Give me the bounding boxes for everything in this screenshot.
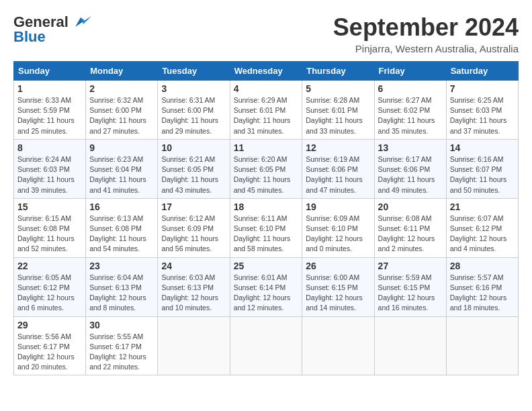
day-info: Sunrise: 6:27 AMSunset: 6:02 PMDaylight:…	[378, 95, 443, 136]
day-info: Sunrise: 6:04 AMSunset: 6:13 PMDaylight:…	[89, 273, 154, 314]
calendar-cell: 8Sunrise: 6:24 AMSunset: 6:03 PMDaylight…	[14, 139, 86, 198]
calendar-cell	[446, 316, 518, 375]
day-info: Sunrise: 6:23 AMSunset: 6:04 PMDaylight:…	[89, 154, 154, 195]
day-number: 16	[89, 201, 154, 212]
day-number: 14	[450, 142, 515, 153]
day-info: Sunrise: 5:57 AMSunset: 6:16 PMDaylight:…	[450, 273, 515, 314]
day-info: Sunrise: 6:29 AMSunset: 6:01 PMDaylight:…	[234, 95, 299, 136]
calendar-cell	[230, 316, 302, 375]
logo-blue: Blue	[13, 28, 46, 46]
calendar-cell	[302, 316, 374, 375]
day-info: Sunrise: 5:56 AMSunset: 6:17 PMDaylight:…	[17, 332, 82, 373]
calendar-cell: 2Sunrise: 6:32 AMSunset: 6:00 PMDaylight…	[86, 81, 158, 140]
day-number: 5	[306, 83, 370, 94]
calendar-cell: 29Sunrise: 5:56 AMSunset: 6:17 PMDayligh…	[14, 316, 86, 375]
day-info: Sunrise: 6:15 AMSunset: 6:08 PMDaylight:…	[17, 214, 82, 255]
day-info: Sunrise: 6:00 AMSunset: 6:15 PMDaylight:…	[306, 273, 370, 314]
calendar-row: 8Sunrise: 6:24 AMSunset: 6:03 PMDaylight…	[14, 139, 519, 198]
calendar-cell: 17Sunrise: 6:12 AMSunset: 6:09 PMDayligh…	[158, 198, 230, 257]
day-number: 25	[234, 261, 299, 271]
calendar-cell	[374, 316, 446, 375]
day-info: Sunrise: 6:25 AMSunset: 6:03 PMDaylight:…	[450, 95, 515, 136]
day-number: 10	[161, 142, 226, 153]
calendar-cell: 10Sunrise: 6:21 AMSunset: 6:05 PMDayligh…	[158, 139, 230, 198]
day-number: 12	[306, 142, 370, 153]
calendar-cell: 6Sunrise: 6:27 AMSunset: 6:02 PMDaylight…	[374, 81, 446, 140]
day-number: 11	[234, 142, 299, 153]
day-number: 19	[306, 201, 370, 212]
day-info: Sunrise: 6:24 AMSunset: 6:03 PMDaylight:…	[17, 154, 82, 195]
calendar-cell: 19Sunrise: 6:09 AMSunset: 6:10 PMDayligh…	[302, 198, 374, 257]
calendar-cell: 20Sunrise: 6:08 AMSunset: 6:11 PMDayligh…	[374, 198, 446, 257]
day-number: 1	[17, 83, 82, 94]
day-number: 18	[234, 201, 299, 212]
day-number: 27	[378, 261, 443, 271]
calendar-cell: 15Sunrise: 6:15 AMSunset: 6:08 PMDayligh…	[14, 198, 86, 257]
day-number: 24	[161, 261, 226, 271]
calendar-cell	[158, 316, 230, 375]
calendar-cell: 27Sunrise: 5:59 AMSunset: 6:15 PMDayligh…	[374, 257, 446, 316]
calendar-cell: 24Sunrise: 6:03 AMSunset: 6:13 PMDayligh…	[158, 257, 230, 316]
logo: General Blue	[13, 13, 91, 46]
calendar-cell: 12Sunrise: 6:19 AMSunset: 6:06 PMDayligh…	[302, 139, 374, 198]
calendar-cell: 18Sunrise: 6:11 AMSunset: 6:10 PMDayligh…	[230, 198, 302, 257]
calendar-row: 1Sunrise: 6:33 AMSunset: 5:59 PMDaylight…	[14, 81, 519, 140]
calendar-cell: 30Sunrise: 5:55 AMSunset: 6:17 PMDayligh…	[86, 316, 158, 375]
header-saturday: Saturday	[446, 62, 518, 81]
day-info: Sunrise: 6:17 AMSunset: 6:06 PMDaylight:…	[378, 154, 443, 195]
day-number: 4	[234, 83, 299, 94]
calendar-cell: 22Sunrise: 6:05 AMSunset: 6:12 PMDayligh…	[14, 257, 86, 316]
calendar-cell: 13Sunrise: 6:17 AMSunset: 6:06 PMDayligh…	[374, 139, 446, 198]
day-info: Sunrise: 6:20 AMSunset: 6:05 PMDaylight:…	[234, 154, 299, 195]
header-monday: Monday	[86, 62, 158, 81]
calendar-cell: 3Sunrise: 6:31 AMSunset: 6:00 PMDaylight…	[158, 81, 230, 140]
header-sunday: Sunday	[14, 62, 86, 81]
calendar-cell: 26Sunrise: 6:00 AMSunset: 6:15 PMDayligh…	[302, 257, 374, 316]
title-area: September 2024 Pinjarra, Western Austral…	[333, 13, 519, 54]
day-info: Sunrise: 6:12 AMSunset: 6:09 PMDaylight:…	[161, 214, 226, 255]
day-number: 28	[450, 261, 515, 271]
day-info: Sunrise: 6:05 AMSunset: 6:12 PMDaylight:…	[17, 273, 82, 314]
calendar-cell: 21Sunrise: 6:07 AMSunset: 6:12 PMDayligh…	[446, 198, 518, 257]
calendar-cell: 25Sunrise: 6:01 AMSunset: 6:14 PMDayligh…	[230, 257, 302, 316]
day-number: 13	[378, 142, 443, 153]
day-info: Sunrise: 6:32 AMSunset: 6:00 PMDaylight:…	[89, 95, 154, 136]
calendar-cell: 14Sunrise: 6:16 AMSunset: 6:07 PMDayligh…	[446, 139, 518, 198]
day-number: 2	[89, 83, 154, 94]
day-info: Sunrise: 6:19 AMSunset: 6:06 PMDaylight:…	[306, 154, 370, 195]
day-number: 30	[89, 320, 154, 330]
header-wednesday: Wednesday	[230, 62, 302, 81]
calendar-cell: 4Sunrise: 6:29 AMSunset: 6:01 PMDaylight…	[230, 81, 302, 140]
day-info: Sunrise: 6:28 AMSunset: 6:01 PMDaylight:…	[306, 95, 370, 136]
day-info: Sunrise: 6:08 AMSunset: 6:11 PMDaylight:…	[378, 214, 443, 255]
day-info: Sunrise: 6:16 AMSunset: 6:07 PMDaylight:…	[450, 154, 515, 195]
day-number: 17	[161, 201, 226, 212]
day-number: 22	[17, 261, 82, 271]
calendar-cell: 7Sunrise: 6:25 AMSunset: 6:03 PMDaylight…	[446, 81, 518, 140]
day-info: Sunrise: 6:01 AMSunset: 6:14 PMDaylight:…	[234, 273, 299, 314]
calendar-row: 15Sunrise: 6:15 AMSunset: 6:08 PMDayligh…	[14, 198, 519, 257]
header: General Blue September 2024 Pinjarra, We…	[13, 13, 519, 54]
day-info: Sunrise: 6:31 AMSunset: 6:00 PMDaylight:…	[161, 95, 226, 136]
day-info: Sunrise: 6:03 AMSunset: 6:13 PMDaylight:…	[161, 273, 226, 314]
calendar-cell: 1Sunrise: 6:33 AMSunset: 5:59 PMDaylight…	[14, 81, 86, 140]
header-tuesday: Tuesday	[158, 62, 230, 81]
day-info: Sunrise: 6:21 AMSunset: 6:05 PMDaylight:…	[161, 154, 226, 195]
month-title: September 2024	[333, 13, 519, 42]
calendar-cell: 23Sunrise: 6:04 AMSunset: 6:13 PMDayligh…	[86, 257, 158, 316]
calendar-header-row: Sunday Monday Tuesday Wednesday Thursday…	[14, 62, 519, 81]
day-number: 6	[378, 83, 443, 94]
day-number: 3	[161, 83, 226, 94]
day-number: 23	[89, 261, 154, 271]
day-info: Sunrise: 5:59 AMSunset: 6:15 PMDaylight:…	[378, 273, 443, 314]
day-number: 8	[17, 142, 82, 153]
header-friday: Friday	[374, 62, 446, 81]
calendar-row: 29Sunrise: 5:56 AMSunset: 6:17 PMDayligh…	[14, 316, 519, 375]
day-info: Sunrise: 6:11 AMSunset: 6:10 PMDaylight:…	[234, 214, 299, 255]
header-thursday: Thursday	[302, 62, 374, 81]
day-number: 21	[450, 201, 515, 212]
day-number: 9	[89, 142, 154, 153]
calendar-cell: 16Sunrise: 6:13 AMSunset: 6:08 PMDayligh…	[86, 198, 158, 257]
day-number: 26	[306, 261, 370, 271]
calendar-cell: 9Sunrise: 6:23 AMSunset: 6:04 PMDaylight…	[86, 139, 158, 198]
